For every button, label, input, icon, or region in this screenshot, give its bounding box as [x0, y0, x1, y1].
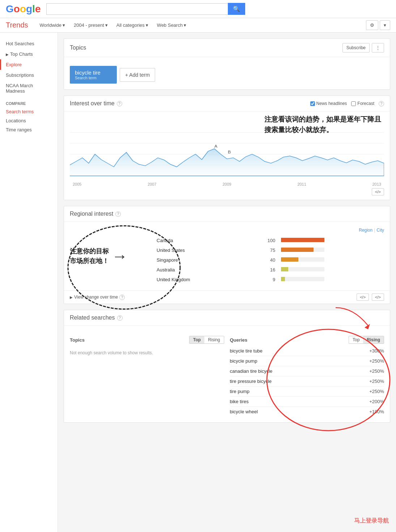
forecast-label: Forecast — [357, 101, 374, 106]
x-label-2009: 2009 — [222, 182, 231, 186]
related-topics-col: Topics Top Rising Not enough search volu… — [70, 336, 224, 417]
topics-rising-tab[interactable]: Rising — [204, 336, 223, 343]
query-row[interactable]: bicycle wheel +190% — [230, 407, 384, 417]
date-selector[interactable]: 2004 - present ▾ — [71, 21, 111, 29]
arrow-icon: ▶ — [6, 52, 9, 56]
topics-top-tab[interactable]: Top — [190, 336, 204, 343]
settings-button[interactable]: ⚙ — [366, 20, 378, 30]
subscribe-button[interactable]: Subscribe — [342, 43, 370, 52]
add-term-button[interactable]: + Add term — [120, 68, 155, 82]
share-button[interactable]: ⋮ — [372, 43, 384, 52]
forecast-toggle[interactable]: Forecast — [351, 101, 374, 106]
region-bar-wrap — [281, 257, 324, 262]
regional-embed-button-left[interactable]: </> — [357, 294, 369, 301]
related-help-icon[interactable]: ? — [117, 315, 123, 321]
compare-section-title: Compare — [0, 96, 58, 107]
sidebar-item-search-terms[interactable]: Search terms — [0, 107, 58, 116]
more-button[interactable]: ▾ — [380, 20, 390, 30]
sidebar-item-explore[interactable]: Explore — [0, 59, 58, 70]
view-change-row: ▶ View change over time ? </> </> — [64, 290, 390, 304]
query-row[interactable]: canadian tire bicycle +250% — [230, 366, 384, 376]
sidebar-item-hot-searches[interactable]: Hot Searches — [0, 38, 58, 49]
region-bar-cell — [278, 236, 384, 245]
logo-l: l — [32, 3, 35, 15]
regional-annotation-text: 注意你的目标 市场所在地！ — [70, 246, 109, 266]
region-name: Canada — [154, 236, 247, 245]
worldwide-selector[interactable]: Worldwide ▾ — [37, 21, 68, 29]
query-name: bicycle tire tube — [230, 348, 263, 354]
query-row[interactable]: bicycle pump +250% — [230, 356, 384, 366]
search-button[interactable]: 🔍 — [228, 3, 245, 15]
news-headlines-label: News headlines — [316, 101, 347, 106]
view-change-toggle[interactable]: ▶ View change over time ? — [70, 295, 125, 300]
region-table-row[interactable]: Singapore 40 — [154, 255, 384, 265]
queries-top-tab[interactable]: Top — [349, 336, 363, 343]
term-chip[interactable]: bicycle tire Search term — [70, 66, 117, 84]
arrow-right-icon: → — [112, 247, 128, 265]
sidebar-item-ncaa[interactable]: NCAA March Madness — [0, 80, 58, 96]
related-searches-card: Related searches ? Top — [64, 310, 390, 423]
region-bar — [281, 257, 298, 262]
annotation-zh-2: 搜索量比较小就放弃。 — [264, 125, 381, 135]
region-name: Singapore — [154, 255, 247, 265]
region-value: 100 — [247, 236, 278, 245]
search-bar: 🔍 — [46, 3, 245, 15]
region-bar-cell — [278, 255, 384, 265]
regional-help-icon[interactable]: ? — [115, 211, 121, 217]
forecast-help-icon[interactable]: ? — [379, 101, 384, 106]
interest-embed-button[interactable]: </> — [372, 188, 384, 195]
related-queries-col: Queries Top Rising bicycle tire tube +30… — [230, 336, 384, 417]
region-bar — [281, 248, 314, 252]
region-table-body: Canada 100 United States 75 Singapore 40… — [154, 236, 384, 284]
region-table-row[interactable]: Australia 16 — [154, 265, 384, 275]
region-table-row[interactable]: United States 75 — [154, 245, 384, 255]
region-name: United Kingdom — [154, 275, 247, 284]
topics-tab-group: Top Rising — [189, 336, 224, 344]
regional-embed-buttons: </> </> — [357, 294, 384, 301]
queries-tab-group: Top Rising — [349, 336, 384, 344]
categories-selector[interactable]: All categories ▾ — [114, 21, 151, 29]
chart-controls: News headlines Forecast ? — [310, 101, 384, 106]
interest-help-icon[interactable]: ? — [117, 101, 122, 106]
regional-annot-line2: 市场所在地！ — [70, 256, 109, 266]
region-table: Canada 100 United States 75 Singapore 40… — [154, 236, 384, 284]
search-input[interactable] — [46, 3, 228, 15]
sidebar-item-top-charts[interactable]: ▶Top Charts — [0, 49, 58, 59]
region-bar-cell — [278, 275, 384, 284]
query-name: bicycle pump — [230, 358, 257, 364]
logo-o2: o — [20, 3, 26, 15]
query-row[interactable]: bicycle tire tube +300% — [230, 346, 384, 356]
query-row[interactable]: tire pump +250% — [230, 387, 384, 397]
search-type-selector[interactable]: Web Search ▾ — [154, 21, 189, 29]
region-tab-city[interactable]: City — [376, 228, 384, 233]
topics-actions: Subscribe ⋮ — [342, 43, 384, 52]
region-bar-wrap — [281, 267, 324, 271]
interest-card-body: 注意看该词的趋势，如果是逐年下降且 搜索量比较小就放弃。 — [64, 111, 390, 200]
regional-title: Regional interest — [70, 211, 113, 217]
region-tab-region[interactable]: Region — [359, 228, 372, 233]
chart-annotation: 注意看该词的趋势，如果是逐年下降且 搜索量比较小就放弃。 — [264, 114, 381, 135]
query-pct: +300% — [369, 348, 384, 354]
news-headlines-checkbox[interactable] — [310, 101, 315, 106]
sidebar-item-time-ranges[interactable]: Time ranges — [0, 125, 58, 134]
queries-rising-tab[interactable]: Rising — [363, 336, 384, 343]
main-layout: Hot Searches ▶Top Charts Explore Subscri… — [0, 33, 396, 532]
x-label-2013: 2013 — [372, 182, 381, 186]
query-row[interactable]: tire pressure bicycle +250% — [230, 376, 384, 387]
regional-embed-button-right[interactable]: </> — [372, 294, 384, 301]
query-row[interactable]: bike tires +200% — [230, 397, 384, 407]
view-change-help-icon[interactable]: ? — [119, 295, 125, 300]
sidebar-item-subscriptions[interactable]: Subscriptions — [0, 70, 58, 80]
region-bar-cell — [278, 245, 384, 255]
region-tab-sep: | — [374, 228, 375, 233]
region-table-row[interactable]: United Kingdom 9 — [154, 275, 384, 284]
interest-title-row: Interest over time ? — [70, 100, 122, 107]
region-table-row[interactable]: Canada 100 — [154, 236, 384, 245]
toolbar: Trends Worldwide ▾ 2004 - present ▾ All … — [0, 18, 396, 33]
chart-x-labels: 2005 2007 2009 2011 2013 — [70, 181, 384, 186]
sidebar-item-locations[interactable]: Locations — [0, 116, 58, 125]
topics-terms: bicycle tire Search term + Add term — [70, 66, 384, 84]
forecast-checkbox[interactable] — [351, 101, 356, 106]
news-headlines-toggle[interactable]: News headlines — [310, 101, 347, 106]
related-topics-header: Topics Top Rising — [70, 336, 224, 344]
